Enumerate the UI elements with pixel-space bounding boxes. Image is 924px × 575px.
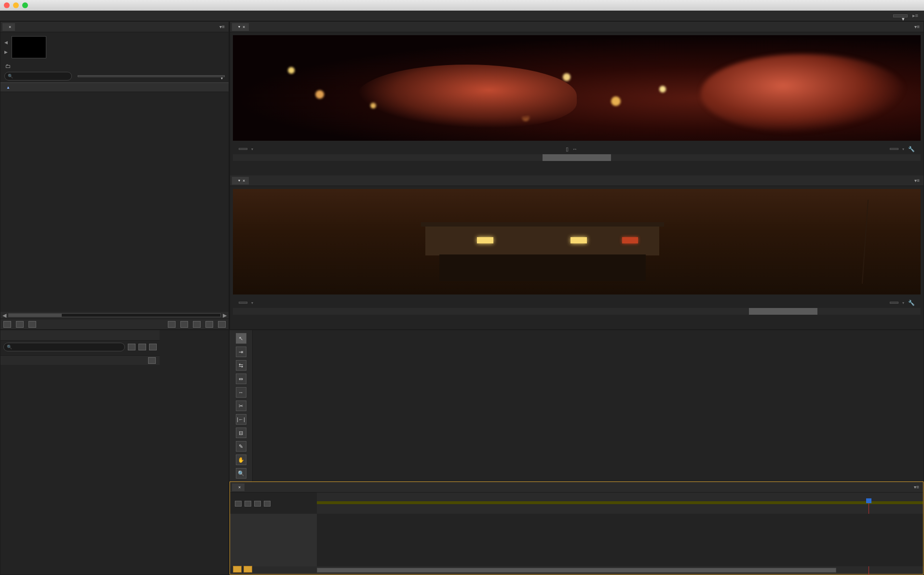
monitors-panel: ▾× ▾≡ xyxy=(229,21,924,330)
close-tab-icon[interactable]: × xyxy=(243,25,245,29)
find-icon[interactable] xyxy=(180,321,188,328)
timeline-panel: ↖ ⇥ ⇆ ⇔ ↔ ✂ |←| ⊟ ✎ ✋ 🔍 × ▾≡ xyxy=(229,330,924,575)
tab-audio-mixer[interactable] xyxy=(258,26,266,28)
list-view-icon[interactable] xyxy=(3,321,11,328)
source-viewport[interactable] xyxy=(233,35,921,141)
source-fit-dropdown[interactable] xyxy=(239,148,247,150)
icon-view-icon[interactable] xyxy=(16,321,24,328)
slip-tool[interactable]: |←| xyxy=(236,414,246,425)
close-tab-icon[interactable]: × xyxy=(238,485,241,490)
thumb-prev-icon[interactable]: ◀ xyxy=(4,40,8,45)
tab-metadata[interactable] xyxy=(267,26,275,28)
timeline-hscroll[interactable] xyxy=(230,566,923,574)
track-headers xyxy=(230,514,317,566)
col-header-name[interactable]: ▲ xyxy=(0,85,102,90)
tab-effect-controls[interactable] xyxy=(250,26,258,28)
new-item-icon[interactable] xyxy=(205,321,213,328)
fx-yuv-icon[interactable] xyxy=(149,344,157,350)
thumb-play-icon[interactable]: ▶ xyxy=(4,50,8,54)
workspace-dropdown[interactable] xyxy=(893,14,908,17)
insert-icon[interactable]: ↔ xyxy=(572,146,578,152)
program-scrubber[interactable] xyxy=(233,308,921,315)
slide-tool[interactable]: ⊟ xyxy=(236,428,246,438)
workspace-bar: ▸≡ xyxy=(0,11,924,21)
rate-stretch-tool[interactable]: ↔ xyxy=(236,387,246,398)
pen-tool[interactable]: ✎ xyxy=(236,441,246,452)
panel-menu-icon[interactable]: ▾≡ xyxy=(912,178,922,183)
wrench-icon[interactable]: 🔧 xyxy=(908,146,915,152)
project-search-input[interactable] xyxy=(4,72,72,80)
new-bin-icon[interactable] xyxy=(193,321,201,328)
track-area[interactable] xyxy=(317,514,923,566)
timeline-tools: ↖ ⇥ ⇆ ⇔ ↔ ✂ |←| ⊟ ✎ ✋ 🔍 xyxy=(230,330,253,481)
marker-toggle[interactable] xyxy=(254,501,261,507)
program-transport xyxy=(230,315,924,329)
settings-icon[interactable] xyxy=(264,501,271,507)
source-transport xyxy=(230,161,924,175)
project-list[interactable] xyxy=(0,92,229,312)
close-tab-icon[interactable]: × xyxy=(9,25,11,29)
fx-accel-icon[interactable] xyxy=(128,344,136,350)
tab-program[interactable]: ▾× xyxy=(232,177,249,185)
source-res-dropdown[interactable] xyxy=(890,148,898,150)
razor-tool[interactable]: ✂ xyxy=(236,401,246,411)
ripple-tool[interactable]: ⇆ xyxy=(236,360,246,371)
close-tab-icon[interactable]: × xyxy=(243,178,245,183)
looks-browser[interactable] xyxy=(0,365,229,575)
automate-icon[interactable] xyxy=(168,321,176,328)
effects-tabs xyxy=(0,330,160,341)
program-monitor: ▾× ▾≡ ▾ xyxy=(230,175,924,329)
project-list-header: ▲ xyxy=(0,82,229,92)
selection-tool[interactable]: ↖ xyxy=(236,333,246,344)
close-window-button[interactable] xyxy=(4,2,10,8)
effects-panel xyxy=(0,330,229,575)
solo-left-button[interactable] xyxy=(233,566,242,573)
linked-sel-toggle[interactable] xyxy=(245,501,251,507)
panel-menu-icon[interactable]: ▾≡ xyxy=(912,484,921,490)
minimize-window-button[interactable] xyxy=(13,2,19,8)
mac-titlebar xyxy=(0,0,924,11)
tab-source[interactable]: ▾× xyxy=(232,23,249,31)
source-scrubber[interactable] xyxy=(233,154,921,161)
bin-name[interactable] xyxy=(5,63,11,69)
filter-in-dropdown[interactable] xyxy=(78,75,225,77)
program-res-dropdown[interactable] xyxy=(890,302,898,304)
project-panel: × ▾≡ ◀▶ ▲ ◀ ▶ xyxy=(0,21,229,330)
fx-32bit-icon[interactable] xyxy=(138,344,146,350)
timeline-ruler[interactable] xyxy=(317,493,923,514)
project-footer xyxy=(0,319,229,329)
solo-right-button[interactable] xyxy=(244,566,252,573)
program-viewport[interactable] xyxy=(233,189,921,294)
timeline-main: × ▾≡ xyxy=(230,481,924,575)
tab-project[interactable]: × xyxy=(2,23,15,31)
zoom-tool[interactable]: 🔍 xyxy=(236,468,246,479)
panel-menu-icon[interactable]: ▾≡ xyxy=(217,24,227,29)
hand-tool[interactable]: ✋ xyxy=(236,455,246,465)
project-hscroll[interactable]: ◀ ▶ xyxy=(0,312,229,319)
freeform-view-icon[interactable] xyxy=(28,321,36,328)
workspace-menu-icon[interactable]: ▸≡ xyxy=(910,13,920,19)
snap-toggle[interactable] xyxy=(235,501,242,507)
new-bin-icon[interactable] xyxy=(148,357,156,364)
project-thumbnail xyxy=(12,36,46,58)
program-fit-dropdown[interactable] xyxy=(239,302,247,304)
track-select-tool[interactable]: ⇥ xyxy=(236,347,246,357)
tab-sequence[interactable]: × xyxy=(232,483,245,491)
wrench-icon[interactable]: 🔧 xyxy=(908,300,915,306)
source-monitor: ▾× ▾≡ xyxy=(230,22,924,175)
delete-icon[interactable] xyxy=(218,321,226,328)
panel-menu-icon[interactable]: ▾≡ xyxy=(912,24,922,29)
zoom-window-button[interactable] xyxy=(22,2,28,8)
rolling-tool[interactable]: ⇔ xyxy=(236,374,246,384)
marker-icon[interactable]: ▯ xyxy=(566,146,569,152)
effects-search-input[interactable] xyxy=(3,343,125,351)
